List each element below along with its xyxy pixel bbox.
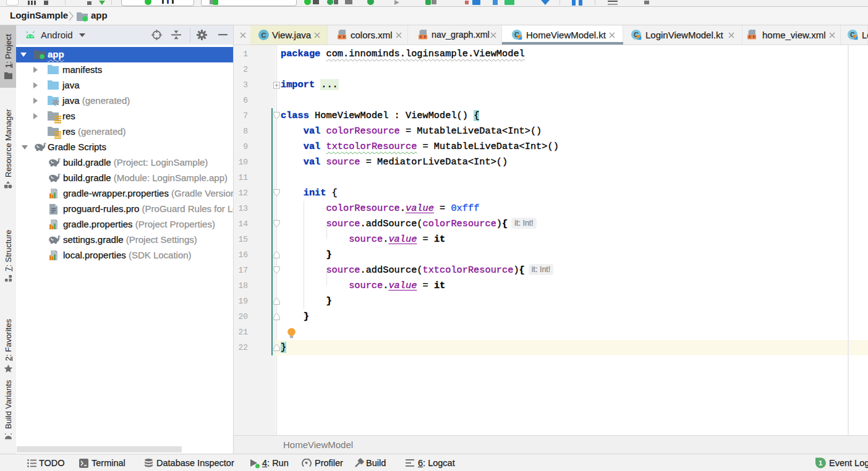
svg-text:C: C — [262, 32, 266, 39]
svg-text:1: 1 — [819, 459, 823, 467]
